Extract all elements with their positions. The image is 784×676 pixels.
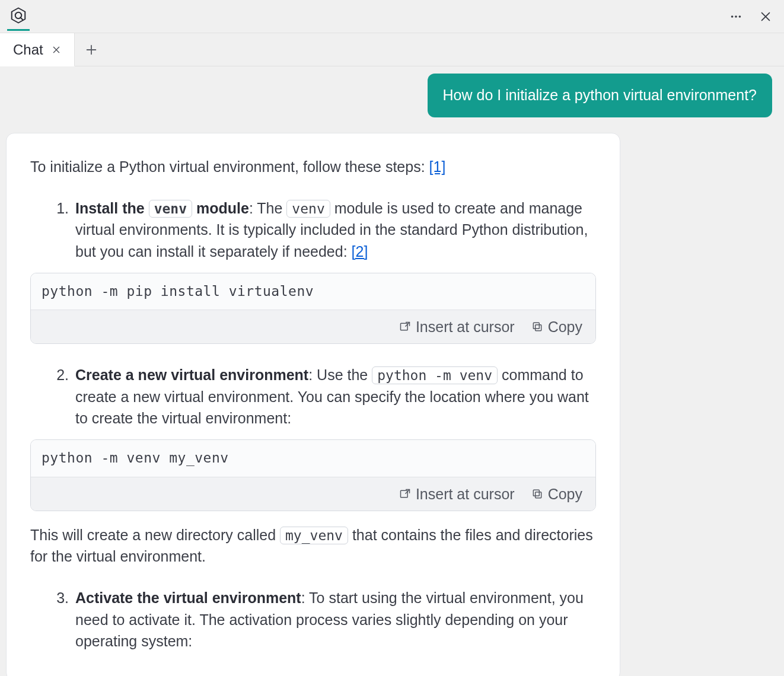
- assistant-intro: To initialize a Python virtual environme…: [30, 156, 596, 177]
- code-block-1: python -m pip install virtualenv Insert …: [30, 273, 596, 345]
- tab-chat[interactable]: Chat: [0, 33, 75, 66]
- assistant-intro-text: To initialize a Python virtual environme…: [30, 158, 429, 175]
- inline-code-venv: venv: [286, 200, 330, 218]
- copy-label: Copy: [548, 483, 582, 505]
- code-content-2: python -m venv my_venv: [31, 440, 595, 476]
- code-actions-2: Insert at cursor Copy: [31, 477, 595, 511]
- copy-button[interactable]: Copy: [531, 483, 582, 505]
- user-message-row: How do I initialize a python virtual env…: [6, 74, 778, 117]
- copy-button[interactable]: Copy: [531, 316, 582, 337]
- app-logo[interactable]: [9, 7, 27, 26]
- after-code2-paragraph: This will create a new directory called …: [30, 524, 596, 567]
- steps-list-2: Create a new virtual environment: Use th…: [73, 364, 596, 429]
- step-1: Install the venv module: The venv module…: [73, 197, 596, 262]
- insert-at-cursor-button[interactable]: Insert at cursor: [399, 483, 515, 505]
- svg-point-1: [731, 15, 734, 18]
- insert-icon: [399, 321, 411, 333]
- svg-point-3: [739, 15, 741, 18]
- steps-list: Install the venv module: The venv module…: [73, 197, 596, 262]
- code-content-1: python -m pip install virtualenv: [31, 273, 595, 310]
- code-actions-1: Insert at cursor Copy: [31, 310, 595, 343]
- insert-label: Insert at cursor: [416, 483, 515, 505]
- insert-label: Insert at cursor: [416, 316, 515, 337]
- svg-rect-7: [400, 490, 407, 498]
- insert-icon: [399, 488, 411, 500]
- svg-rect-5: [535, 325, 541, 331]
- svg-point-2: [735, 15, 737, 18]
- svg-rect-4: [400, 323, 407, 330]
- assistant-message-panel: To initialize a Python virtual environme…: [6, 133, 620, 676]
- titlebar-left: [9, 7, 27, 26]
- tab-label: Chat: [13, 42, 43, 58]
- steps-list-3: Activate the virtual environment: To sta…: [73, 587, 596, 652]
- code-block-2: python -m venv my_venv Insert at cursor …: [30, 439, 596, 511]
- copy-label: Copy: [548, 316, 582, 337]
- user-message-text: How do I initialize a python virtual env…: [443, 87, 757, 103]
- copy-icon: [531, 321, 543, 333]
- copy-icon: [531, 488, 543, 500]
- step-2-title: Create a new virtual environment: [75, 366, 308, 383]
- user-message-bubble: How do I initialize a python virtual env…: [428, 74, 772, 117]
- chat-content: How do I initialize a python virtual env…: [0, 66, 784, 676]
- inline-code-my-venv: my_venv: [280, 527, 348, 544]
- tabbar: Chat: [0, 33, 784, 66]
- close-icon[interactable]: [759, 10, 772, 23]
- step-1-title: Install the venv module: [75, 200, 249, 216]
- insert-at-cursor-button[interactable]: Insert at cursor: [399, 316, 515, 337]
- inline-code-python-m-venv: python -m venv: [372, 366, 498, 384]
- step-2: Create a new virtual environment: Use th…: [73, 364, 596, 429]
- hexagon-q-icon: [9, 7, 27, 24]
- inline-code-venv: venv: [149, 200, 192, 218]
- svg-rect-9: [533, 490, 539, 496]
- tab-close-icon[interactable]: [52, 45, 61, 55]
- titlebar: [0, 0, 784, 33]
- reference-link-2[interactable]: [2]: [352, 243, 368, 260]
- step-3: Activate the virtual environment: To sta…: [73, 587, 596, 652]
- svg-rect-8: [535, 492, 541, 498]
- reference-link-1[interactable]: [1]: [429, 158, 446, 175]
- step-3-title: Activate the virtual environment: [75, 589, 301, 606]
- new-tab-button[interactable]: [75, 33, 108, 66]
- more-icon[interactable]: [729, 10, 742, 23]
- svg-rect-6: [533, 323, 539, 329]
- titlebar-right: [729, 10, 772, 23]
